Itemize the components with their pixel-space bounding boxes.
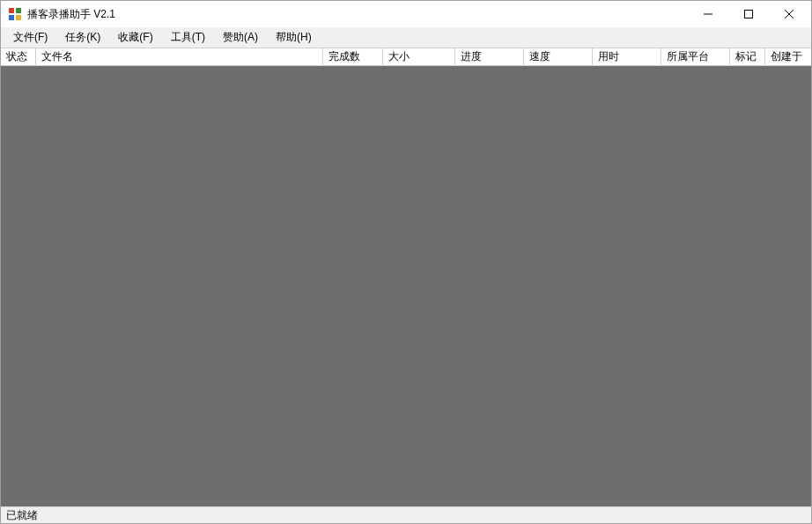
menu-sponsor[interactable]: 赞助(A) [214,27,267,48]
table-header: 状态 文件名 完成数 大小 进度 速度 用时 所属平台 标记 创建于 [1,48,811,66]
menu-favorite[interactable]: 收藏(F) [109,27,161,48]
column-progress[interactable]: 进度 [455,48,524,65]
column-created[interactable]: 创建于 [765,48,811,65]
column-speed[interactable]: 速度 [524,48,593,65]
titlebar: 播客录播助手 V2.1 [1,1,811,27]
column-platform[interactable]: 所属平台 [661,48,730,65]
svg-rect-5 [745,11,753,18]
minimize-icon [704,10,712,18]
svg-rect-2 [9,15,14,20]
table-body[interactable] [1,66,811,506]
svg-rect-3 [16,15,21,20]
column-elapsed[interactable]: 用时 [593,48,661,65]
menu-file[interactable]: 文件(F) [4,27,56,48]
menubar: 文件(F) 任务(K) 收藏(F) 工具(T) 赞助(A) 帮助(H) [1,27,811,48]
column-mark[interactable]: 标记 [730,48,765,65]
column-size[interactable]: 大小 [383,48,455,65]
window-controls [688,1,809,27]
app-icon [8,7,22,21]
maximize-button[interactable] [728,1,769,27]
svg-rect-1 [16,8,21,13]
menu-help[interactable]: 帮助(H) [267,27,321,48]
window-title: 播客录播助手 V2.1 [27,7,688,22]
menu-task[interactable]: 任务(K) [56,27,109,48]
svg-rect-0 [9,8,14,13]
statusbar: 已就绪 [1,506,811,524]
status-text: 已就绪 [6,508,38,523]
column-completed[interactable]: 完成数 [323,48,383,65]
column-filename[interactable]: 文件名 [36,48,323,65]
maximize-icon [744,10,753,18]
minimize-button[interactable] [688,1,728,27]
close-icon [785,10,794,18]
close-button[interactable] [769,1,809,27]
column-status[interactable]: 状态 [1,48,36,65]
menu-tool[interactable]: 工具(T) [162,27,214,48]
